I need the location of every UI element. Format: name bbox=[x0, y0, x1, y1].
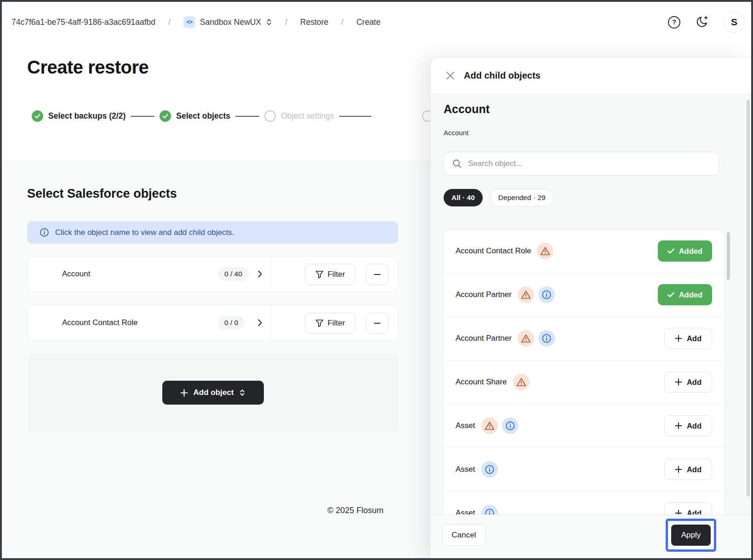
object-name[interactable]: Account Contact Role bbox=[62, 318, 137, 327]
drawer-object-api-name: Account bbox=[444, 129, 468, 137]
breadcrumb-separator: / bbox=[168, 17, 171, 27]
object-row-account[interactable]: Account 0 / 40 Filter bbox=[28, 256, 398, 292]
chevron-right-icon[interactable] bbox=[258, 270, 262, 278]
child-object-icons bbox=[481, 461, 498, 478]
apply-button-highlight: Apply bbox=[666, 519, 716, 552]
avatar[interactable]: S bbox=[724, 11, 745, 33]
copyright-text: © 2025 Flosum bbox=[327, 506, 383, 515]
object-row-account-contact-role[interactable]: Account Contact Role 0 / 0 Filter bbox=[28, 305, 398, 341]
step-label-select-backups[interactable]: Select backups (2/2) bbox=[48, 111, 126, 121]
dark-mode-moon-icon[interactable] bbox=[695, 15, 709, 29]
info-banner: Click the object name to view and add ch… bbox=[27, 221, 398, 244]
info-icon bbox=[481, 461, 498, 478]
info-icon bbox=[538, 286, 555, 303]
plus-icon bbox=[675, 422, 682, 429]
child-object-list: Account Contact Role Added Account Partn… bbox=[443, 229, 725, 515]
warning-icon bbox=[481, 417, 498, 434]
top-bar-actions: ? S bbox=[668, 11, 745, 33]
apply-button[interactable]: Apply bbox=[671, 525, 711, 546]
info-icon bbox=[502, 417, 519, 434]
filter-button-label: Filter bbox=[328, 319, 345, 328]
check-icon bbox=[667, 292, 674, 297]
funnel-icon bbox=[315, 270, 324, 279]
add-child-objects-drawer: Add child objects Account Account All · … bbox=[431, 57, 751, 558]
object-count-badge: 0 / 0 bbox=[218, 316, 245, 330]
step-connector bbox=[339, 116, 371, 117]
check-icon bbox=[667, 248, 674, 254]
child-object-row: Asset Add bbox=[443, 448, 724, 491]
search-input[interactable] bbox=[467, 159, 706, 169]
breadcrumb-restore[interactable]: Restore bbox=[300, 17, 328, 27]
add-button-label: Add bbox=[687, 509, 702, 515]
child-object-icons bbox=[481, 417, 519, 434]
breadcrumb-org[interactable]: <> Sandbox NewUX bbox=[183, 16, 272, 28]
child-object-name: Account Share bbox=[456, 377, 507, 387]
funnel-icon bbox=[315, 319, 324, 327]
child-object-name: Account Partner bbox=[456, 334, 512, 343]
filter-button[interactable]: Filter bbox=[305, 313, 355, 334]
child-object-row: Asset Add bbox=[443, 404, 724, 448]
child-object-row: Account Partner Add bbox=[443, 317, 724, 360]
add-button-label: Add bbox=[687, 378, 702, 387]
plus-icon bbox=[675, 466, 682, 473]
drawer-scrollbar-thumb[interactable] bbox=[747, 100, 750, 497]
child-object-row: Account Contact Role Added bbox=[443, 229, 724, 273]
drawer-title: Add child objects bbox=[464, 70, 541, 81]
child-object-name: Asset bbox=[456, 465, 475, 474]
warning-icon bbox=[537, 243, 553, 259]
minus-icon bbox=[374, 322, 381, 324]
child-object-icons bbox=[518, 286, 555, 303]
add-button[interactable]: Add bbox=[664, 328, 712, 349]
warning-icon bbox=[518, 286, 534, 303]
child-object-icons bbox=[518, 330, 555, 347]
breadcrumb-org-name: Sandbox NewUX bbox=[200, 17, 261, 27]
child-object-name: Asset bbox=[456, 421, 475, 430]
help-icon[interactable]: ? bbox=[668, 16, 680, 29]
child-object-row: Account Partner Added bbox=[443, 273, 724, 317]
child-object-row: Asset Add bbox=[443, 491, 724, 515]
info-icon bbox=[538, 330, 555, 347]
breadcrumb-backup-id[interactable]: 74c7f6a1-be75-4aff-9186-a3ac691aafbd bbox=[11, 17, 155, 27]
app-window: 74c7f6a1-be75-4aff-9186-a3ac691aafbd / <… bbox=[0, 0, 753, 560]
top-bar: 74c7f6a1-be75-4aff-9186-a3ac691aafbd / <… bbox=[0, 0, 753, 44]
row-divider bbox=[272, 257, 272, 291]
child-object-name: Account Contact Role bbox=[456, 246, 531, 256]
step-connector bbox=[235, 116, 259, 117]
child-object-name: Asset bbox=[456, 509, 475, 515]
cancel-button[interactable]: Cancel bbox=[442, 524, 486, 546]
add-button[interactable]: Add bbox=[664, 459, 712, 480]
child-object-icons bbox=[537, 243, 553, 259]
add-object-button[interactable]: Add object bbox=[162, 381, 264, 405]
added-button[interactable]: Added bbox=[658, 240, 712, 262]
step-done-icon bbox=[160, 110, 171, 122]
add-object-panel: Add object bbox=[28, 353, 398, 432]
tab-all[interactable]: All · 40 bbox=[444, 189, 483, 206]
added-button-label: Added bbox=[679, 247, 702, 256]
remove-object-button[interactable] bbox=[366, 264, 388, 285]
step-done-icon bbox=[32, 110, 43, 122]
chevron-right-icon[interactable] bbox=[258, 319, 262, 326]
close-icon[interactable] bbox=[446, 71, 455, 80]
object-name[interactable]: Account bbox=[62, 269, 90, 279]
add-button[interactable]: Add bbox=[664, 503, 712, 515]
row-divider bbox=[272, 305, 272, 340]
list-scrollbar-thumb[interactable] bbox=[727, 232, 730, 280]
code-icon: <> bbox=[183, 16, 195, 28]
filter-tabs: All · 40 Depended · 29 bbox=[444, 189, 553, 206]
drawer-object-name: Account bbox=[444, 103, 490, 116]
plus-icon bbox=[675, 335, 682, 342]
sort-chevrons-icon bbox=[239, 388, 245, 397]
add-button[interactable]: Add bbox=[664, 415, 712, 436]
remove-object-button[interactable] bbox=[366, 313, 388, 334]
step-label-select-objects[interactable]: Select objects bbox=[176, 111, 230, 121]
add-button[interactable]: Add bbox=[664, 371, 712, 393]
search-icon bbox=[452, 159, 462, 168]
sort-chevrons-icon[interactable] bbox=[266, 17, 272, 27]
filter-button[interactable]: Filter bbox=[305, 264, 355, 285]
added-button[interactable]: Added bbox=[658, 284, 712, 305]
child-object-icons bbox=[513, 374, 530, 390]
breadcrumb: 74c7f6a1-be75-4aff-9186-a3ac691aafbd / <… bbox=[11, 16, 381, 28]
add-button-label: Add bbox=[687, 422, 702, 430]
tab-depended[interactable]: Depended · 29 bbox=[490, 189, 554, 206]
plus-icon bbox=[675, 378, 682, 386]
